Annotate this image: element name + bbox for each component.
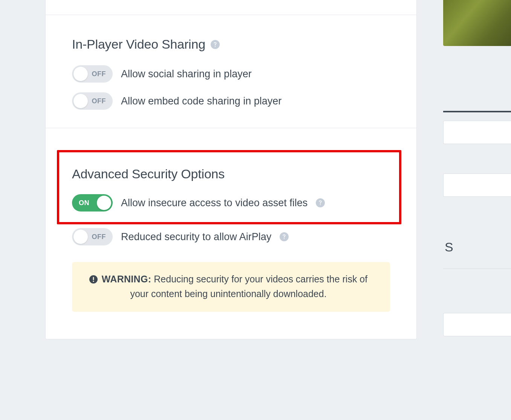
advanced-security-section: Advanced Security Options ON Allow insec… (46, 128, 416, 339)
video-thumbnail-fragment[interactable] (443, 0, 511, 46)
toggle-row-embed-sharing: OFF Allow embed code sharing in player (72, 92, 390, 110)
heading-fragment: S (445, 240, 453, 254)
sharing-section-title: In-Player Video Sharing (72, 37, 205, 52)
toggle-row-insecure-access: ON Allow insecure access to video asset … (72, 194, 386, 212)
toggle-embed-sharing[interactable]: OFF (72, 92, 113, 110)
help-icon[interactable] (316, 198, 325, 207)
right-sidebar-fragment: S (443, 0, 511, 420)
toggle-insecure-access[interactable]: ON (72, 194, 113, 212)
svg-rect-1 (93, 277, 94, 281)
input-field-fragment[interactable] (443, 313, 511, 336)
security-section-title: Advanced Security Options (72, 167, 225, 181)
toggle-state-text: OFF (92, 97, 106, 105)
toggle-state-text: OFF (92, 233, 106, 241)
toggle-knob (73, 230, 88, 244)
help-icon[interactable] (280, 232, 289, 241)
warning-label: WARNING: (102, 274, 151, 284)
svg-point-2 (93, 281, 94, 282)
toggle-knob (73, 94, 88, 108)
warning-text: Reducing security for your videos carrie… (130, 274, 367, 299)
help-icon[interactable] (211, 40, 220, 49)
toggle-row-airplay: OFF Reduced security to allow AirPlay (72, 228, 390, 245)
exclamation-circle-icon (89, 275, 98, 284)
settings-panel: In-Player Video Sharing OFF Allow social… (45, 0, 417, 339)
toggle-state-text: ON (79, 199, 89, 207)
tab-underline (443, 111, 511, 112)
toggle-state-text: OFF (92, 70, 106, 78)
section-title-row: Advanced Security Options (72, 167, 386, 181)
toggle-label-insecure-access: Allow insecure access to video asset fil… (121, 197, 308, 209)
toggle-airplay[interactable]: OFF (72, 228, 113, 245)
in-player-video-sharing-section: In-Player Video Sharing OFF Allow social… (46, 15, 416, 128)
toggle-knob (97, 196, 111, 210)
previous-section-fragment (46, 0, 416, 15)
input-field-fragment[interactable] (443, 121, 511, 144)
toggle-label-social-sharing: Allow social sharing in player (121, 68, 252, 80)
annotation-highlight-box: Advanced Security Options ON Allow insec… (57, 150, 401, 224)
warning-box: WARNING: Reducing security for your vide… (72, 262, 390, 312)
toggle-row-social-sharing: OFF Allow social sharing in player (72, 65, 390, 83)
toggle-label-embed-sharing: Allow embed code sharing in player (121, 95, 282, 107)
toggle-label-airplay: Reduced security to allow AirPlay (121, 231, 271, 243)
toggle-knob (73, 67, 88, 81)
toggle-social-sharing[interactable]: OFF (72, 65, 113, 83)
separator (443, 268, 511, 269)
section-title-row: In-Player Video Sharing (72, 37, 390, 52)
input-field-fragment[interactable] (443, 173, 511, 197)
